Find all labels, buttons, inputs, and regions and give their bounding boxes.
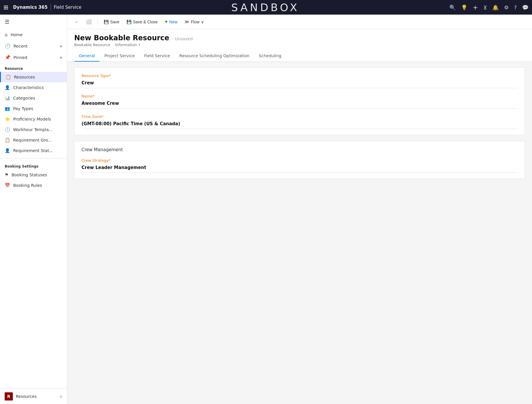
field-time-zone: Time Zone* (GMT-08:00) Pacific Time (US …: [82, 114, 518, 129]
app-name: Field Service: [54, 5, 82, 10]
form-section-crew-management: Crew Management Crew Strategy* Crew Lead…: [74, 141, 525, 179]
sidebar-pinned-label: Pinned: [13, 55, 27, 60]
main-layout: ☰ ⌂ Home 🕐 Recent ∨ 📌 Pinned ∨ Resource …: [0, 15, 532, 404]
sidebar-item-requirement-statuses[interactable]: 👤 Requirement Stat...: [0, 145, 67, 156]
sidebar-item-proficiency-models[interactable]: ⭐ Proficiency Models: [0, 114, 67, 124]
tab-project-service[interactable]: Project Service: [100, 50, 139, 62]
resources-icon: 📋: [6, 74, 11, 80]
app-grid-icon[interactable]: ⊞: [4, 4, 8, 11]
sidebar-footer-label: Resources: [16, 394, 37, 399]
flow-chevron-icon: ∨: [201, 20, 204, 24]
crew-strategy-value[interactable]: Crew Leader Management: [82, 164, 518, 173]
tab-resource-scheduling-label: Resource Scheduling Optimization: [179, 53, 249, 58]
new-plus-icon: +: [165, 19, 168, 25]
name-value[interactable]: Awesome Crew: [82, 100, 518, 109]
resource-type-value[interactable]: Crew: [82, 79, 518, 88]
field-resource-type: Resource Type* Crew: [82, 74, 518, 88]
gear-icon[interactable]: ⚙: [504, 4, 509, 11]
crew-management-title: Crew Management: [82, 147, 518, 152]
popout-button[interactable]: ⬜: [83, 17, 95, 26]
tab-scheduling-label: Scheduling: [259, 53, 281, 58]
popout-icon: ⬜: [86, 19, 92, 25]
sidebar-item-pinned[interactable]: 📌 Pinned ∨: [0, 52, 67, 63]
top-nav-icons: 🔍 💡 + ⊻ 🔔 ⚙ ? 💬: [449, 4, 528, 11]
sidebar-item-booking-rules[interactable]: 📅 Booking Rules: [0, 180, 67, 191]
sidebar-divider: [0, 158, 67, 159]
time-zone-value[interactable]: (GMT-08:00) Pacific Time (US & Canada): [82, 120, 518, 129]
sidebar-proficiency-label: Proficiency Models: [13, 117, 51, 121]
breadcrumb-form-label: Information: [115, 43, 137, 47]
flow-icon: ≫: [184, 19, 189, 25]
sidebar-item-booking-statuses[interactable]: ⚑ Booking Statuses: [0, 170, 67, 180]
bell-icon[interactable]: 🔔: [492, 4, 499, 11]
flow-button[interactable]: ≫ Flow ∨: [181, 17, 207, 26]
workhour-icon: 🕐: [5, 127, 10, 132]
save-button[interactable]: 💾 Save: [101, 18, 122, 26]
new-label: New: [169, 20, 177, 24]
help-icon[interactable]: ?: [514, 4, 517, 11]
save-label: Save: [110, 20, 119, 24]
chevron-down-icon: ∨: [60, 44, 62, 48]
tab-field-service-label: Field Service: [144, 53, 170, 58]
search-icon[interactable]: 🔍: [449, 4, 456, 11]
home-icon: ⌂: [5, 32, 8, 37]
tab-general[interactable]: General: [74, 50, 100, 62]
sidebar-item-home[interactable]: ⌂ Home: [0, 29, 67, 40]
brand-name: Dynamics 365: [13, 5, 48, 10]
breadcrumb: Bookable Resource · Information ∨: [74, 43, 525, 47]
sidebar-categories-label: Categories: [13, 96, 35, 100]
breadcrumb-separator: ·: [112, 43, 113, 47]
proficiency-icon: ⭐: [5, 116, 10, 122]
add-icon[interactable]: +: [473, 4, 478, 11]
sidebar-characteristics-label: Characteristics: [13, 85, 44, 90]
unsaved-indicator: - Unsaved: [172, 36, 193, 41]
req-groups-icon: 📋: [5, 137, 10, 143]
brand: Dynamics 365 Field Service: [13, 4, 82, 11]
chevron-down-icon: ∨: [138, 43, 141, 47]
tab-general-label: General: [79, 53, 95, 58]
hamburger-button[interactable]: ☰: [0, 15, 67, 29]
tab-scheduling[interactable]: Scheduling: [254, 50, 286, 62]
chat-icon[interactable]: 💬: [522, 4, 528, 11]
recent-icon: 🕐: [5, 43, 11, 49]
sidebar-item-recent[interactable]: 🕐 Recent ∨: [0, 40, 67, 52]
sidebar-req-groups-label: Requirement Gro...: [13, 138, 52, 142]
sidebar-item-characteristics[interactable]: 👤 Characteristics: [0, 82, 67, 93]
booking-rules-icon: 📅: [5, 183, 10, 188]
sidebar-item-categories[interactable]: 📊 Categories: [0, 93, 67, 103]
avatar: R: [5, 392, 13, 400]
sidebar: ☰ ⌂ Home 🕐 Recent ∨ 📌 Pinned ∨ Resource …: [0, 15, 67, 404]
top-nav: ⊞ Dynamics 365 Field Service SANDBOX 🔍 💡…: [0, 0, 532, 15]
booking-statuses-icon: ⚑: [5, 172, 8, 177]
filter-icon[interactable]: ⊻: [483, 4, 487, 11]
sidebar-footer[interactable]: R Resources ◇: [0, 389, 67, 404]
save-close-button[interactable]: 💾 Save & Close: [124, 18, 161, 26]
lightbulb-icon[interactable]: 💡: [461, 4, 467, 11]
chevron-down-icon: ∨: [60, 55, 62, 60]
tab-project-service-label: Project Service: [104, 53, 135, 58]
pin-icon: 📌: [5, 55, 11, 60]
tab-resource-scheduling[interactable]: Resource Scheduling Optimization: [175, 50, 254, 62]
save-icon: 💾: [104, 20, 109, 24]
sidebar-item-pay-types[interactable]: 👥 Pay Types: [0, 103, 67, 114]
tabs: General Project Service Field Service Re…: [67, 50, 532, 62]
sidebar-item-resources[interactable]: 📋 Resources: [0, 72, 67, 82]
sidebar-req-statuses-label: Requirement Stat...: [13, 148, 53, 153]
form-content: Resource Type* Crew Name* Awesome Crew T…: [67, 62, 532, 404]
sidebar-home-label: Home: [11, 32, 22, 37]
resource-section-label: Resource: [0, 63, 67, 72]
field-crew-strategy: Crew Strategy* Crew Leader Management: [82, 158, 518, 173]
new-button[interactable]: + New: [162, 17, 181, 27]
categories-icon: 📊: [5, 95, 10, 101]
back-button[interactable]: ←: [72, 18, 82, 26]
sidebar-item-requirement-groups[interactable]: 📋 Requirement Gro...: [0, 135, 67, 145]
flow-label: Flow: [191, 20, 200, 24]
breadcrumb-form[interactable]: Information ∨: [115, 43, 141, 47]
chevron-right-icon: ◇: [60, 394, 62, 398]
tab-field-service[interactable]: Field Service: [139, 50, 175, 62]
page-header: New Bookable Resource - Unsaved Bookable…: [67, 29, 532, 50]
sidebar-item-workhour-templates[interactable]: 🕐 Workhour Templa...: [0, 124, 67, 135]
save-close-label: Save & Close: [133, 20, 158, 24]
sidebar-booking-rules-label: Booking Rules: [13, 183, 42, 188]
brand-divider: [51, 4, 51, 11]
